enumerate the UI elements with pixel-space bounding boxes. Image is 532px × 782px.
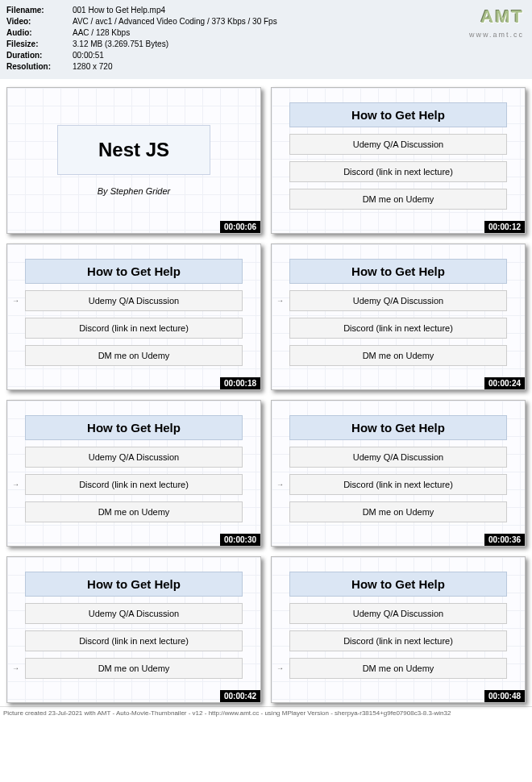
help-item-1: Udemy Q/A Discussion bbox=[289, 603, 507, 624]
value-filesize: 3.12 MB (3.269.751 Bytes) bbox=[73, 39, 168, 50]
pointer-arrow-icon: → bbox=[276, 297, 284, 305]
course-title-box: Nest JS bbox=[57, 125, 210, 175]
thumbnail-8: How to Get HelpUdemy Q/A DiscussionDisco… bbox=[271, 556, 526, 703]
label-duration: Duration: bbox=[6, 50, 73, 61]
pointer-arrow-icon: → bbox=[12, 480, 19, 489]
pointer-arrow-icon: → bbox=[12, 297, 19, 305]
value-audio: AAC / 128 Kbps bbox=[73, 27, 130, 39]
help-item-1: Udemy Q/A Discussion→ bbox=[289, 290, 507, 311]
footer-text: Picture created 23-Jul-2021 with AMT - A… bbox=[0, 706, 532, 720]
title-slide: Nest JSBy Stephen Grider bbox=[7, 88, 260, 233]
timestamp-badge: 00:00:42 bbox=[220, 690, 260, 702]
course-author: By Stephen Grider bbox=[98, 186, 171, 196]
label-video: Video: bbox=[6, 16, 73, 27]
value-duration: 00:00:51 bbox=[73, 50, 104, 61]
timestamp-badge: 00:00:06 bbox=[220, 221, 260, 233]
timestamp-badge: 00:00:18 bbox=[220, 377, 260, 389]
thumbnail-grid: Nest JSBy Stephen Grider00:00:06How to G… bbox=[0, 79, 532, 706]
help-item-1: Udemy Q/A Discussion→ bbox=[25, 290, 243, 311]
help-item-3: DM me on Udemy→ bbox=[25, 658, 243, 679]
help-header: How to Get Help bbox=[289, 102, 507, 127]
help-slide: How to Get HelpUdemy Q/A DiscussionDisco… bbox=[272, 88, 525, 233]
thumbnail-3: How to Get HelpUdemy Q/A Discussion→Disc… bbox=[6, 243, 261, 390]
help-item-3: DM me on Udemy→ bbox=[289, 658, 507, 679]
help-item-2: Discord (link in next lecture) bbox=[289, 318, 507, 339]
label-filename: Filename: bbox=[6, 5, 73, 16]
help-item-3: DM me on Udemy bbox=[289, 345, 507, 366]
amt-logo: AMT www.amt.cc bbox=[469, 5, 524, 40]
timestamp-badge: 00:00:30 bbox=[220, 534, 260, 546]
thumbnail-7: How to Get HelpUdemy Q/A DiscussionDisco… bbox=[6, 556, 261, 703]
value-filename: 001 How to Get Help.mp4 bbox=[73, 5, 165, 16]
help-item-1: Udemy Q/A Discussion bbox=[289, 134, 507, 155]
help-item-2: Discord (link in next lecture) bbox=[289, 161, 507, 182]
help-header: How to Get Help bbox=[25, 572, 243, 597]
timestamp-badge: 00:00:12 bbox=[484, 221, 525, 233]
info-row-audio: Audio: AAC / 128 Kbps bbox=[6, 27, 526, 39]
help-slide: How to Get HelpUdemy Q/A Discussion→Disc… bbox=[272, 244, 525, 389]
help-item-2: Discord (link in next lecture)→ bbox=[25, 474, 243, 495]
help-item-3: DM me on Udemy bbox=[289, 501, 507, 522]
thumbnail-6: How to Get HelpUdemy Q/A DiscussionDisco… bbox=[271, 400, 526, 547]
value-resolution: 1280 x 720 bbox=[73, 61, 113, 73]
help-item-1: Udemy Q/A Discussion bbox=[25, 447, 243, 468]
help-header: How to Get Help bbox=[25, 259, 243, 284]
timestamp-badge: 00:00:48 bbox=[484, 690, 525, 702]
thumbnail-4: How to Get HelpUdemy Q/A Discussion→Disc… bbox=[271, 243, 526, 390]
pointer-arrow-icon: → bbox=[12, 664, 19, 672]
help-header: How to Get Help bbox=[289, 415, 507, 440]
timestamp-badge: 00:00:36 bbox=[484, 534, 525, 546]
thumbnail-1: Nest JSBy Stephen Grider00:00:06 bbox=[6, 87, 261, 234]
label-audio: Audio: bbox=[6, 27, 73, 39]
help-item-3: DM me on Udemy bbox=[25, 345, 243, 366]
help-header: How to Get Help bbox=[289, 572, 507, 597]
label-filesize: Filesize: bbox=[6, 39, 73, 50]
thumbnail-5: How to Get HelpUdemy Q/A DiscussionDisco… bbox=[6, 400, 261, 547]
help-slide: How to Get HelpUdemy Q/A Discussion→Disc… bbox=[7, 244, 260, 389]
pointer-arrow-icon: → bbox=[276, 480, 284, 489]
timestamp-badge: 00:00:24 bbox=[484, 377, 525, 389]
help-item-2: Discord (link in next lecture)→ bbox=[289, 474, 507, 495]
info-row-video: Video: AVC / avc1 / Advanced Video Codin… bbox=[6, 16, 526, 27]
help-slide: How to Get HelpUdemy Q/A DiscussionDisco… bbox=[272, 401, 525, 546]
help-item-2: Discord (link in next lecture) bbox=[25, 318, 243, 339]
help-item-3: DM me on Udemy bbox=[25, 501, 243, 522]
info-row-resolution: Resolution: 1280 x 720 bbox=[6, 61, 526, 73]
info-row-filename: Filename: 001 How to Get Help.mp4 bbox=[6, 5, 526, 16]
help-slide: How to Get HelpUdemy Q/A DiscussionDisco… bbox=[272, 557, 525, 702]
label-resolution: Resolution: bbox=[6, 61, 73, 73]
help-item-3: DM me on Udemy bbox=[289, 189, 507, 210]
value-video: AVC / avc1 / Advanced Video Coding / 373… bbox=[73, 16, 277, 27]
info-row-filesize: Filesize: 3.12 MB (3.269.751 Bytes) bbox=[6, 39, 526, 50]
info-row-duration: Duration: 00:00:51 bbox=[6, 50, 526, 61]
help-slide: How to Get HelpUdemy Q/A DiscussionDisco… bbox=[7, 557, 260, 702]
help-item-2: Discord (link in next lecture) bbox=[289, 630, 507, 651]
help-item-1: Udemy Q/A Discussion bbox=[289, 447, 507, 468]
help-header: How to Get Help bbox=[289, 259, 507, 284]
logo-url: www.amt.cc bbox=[469, 30, 524, 40]
help-slide: How to Get HelpUdemy Q/A DiscussionDisco… bbox=[7, 401, 260, 546]
help-item-2: Discord (link in next lecture) bbox=[25, 630, 243, 651]
thumbnail-2: How to Get HelpUdemy Q/A DiscussionDisco… bbox=[271, 87, 526, 234]
file-info-panel: Filename: 001 How to Get Help.mp4 Video:… bbox=[0, 0, 532, 79]
logo-text: AMT bbox=[469, 5, 524, 30]
help-header: How to Get Help bbox=[25, 415, 243, 440]
pointer-arrow-icon: → bbox=[276, 664, 284, 672]
help-item-1: Udemy Q/A Discussion bbox=[25, 603, 243, 624]
